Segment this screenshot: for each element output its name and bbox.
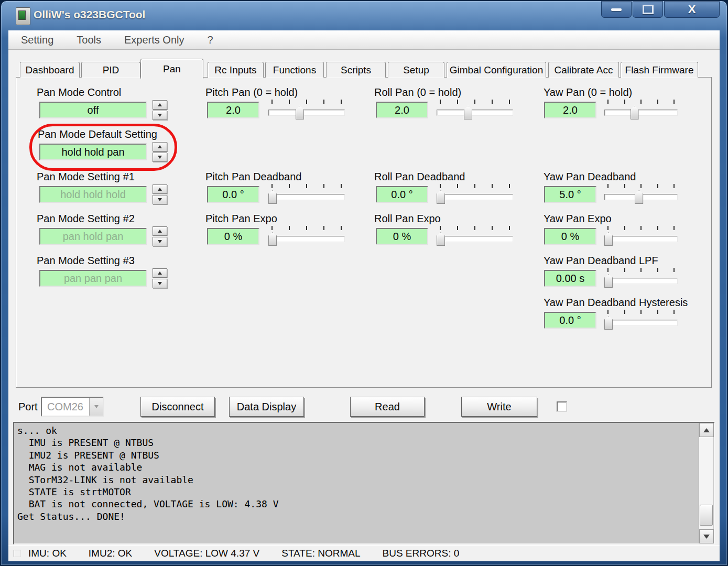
pan-mode-default-field[interactable]: hold hold pan <box>39 144 147 160</box>
spin-down-button[interactable] <box>153 195 167 204</box>
roll-pan-deadband-field[interactable]: 0.0 ° <box>376 186 428 203</box>
tab-rc-inputs[interactable]: Rc Inputs <box>208 62 264 78</box>
spin-up-button[interactable] <box>153 226 167 236</box>
yaw-pan-deadband-slider[interactable] <box>604 183 678 204</box>
spin-down-button[interactable] <box>153 153 167 162</box>
yaw-pan-expo-slider[interactable] <box>604 225 678 246</box>
dropdown-arrow-button[interactable] <box>89 398 103 416</box>
port-select[interactable]: COM26 <box>41 397 104 417</box>
console-line: IMU2 is PRESENT @ NTBUS <box>17 449 711 461</box>
pan-mode-setting1-spinner <box>153 184 167 204</box>
slider-thumb[interactable] <box>437 232 445 246</box>
window-controls: X <box>601 1 720 18</box>
tab-pid[interactable]: PID <box>81 62 140 78</box>
slider-thumb[interactable] <box>631 106 639 119</box>
slider-track[interactable] <box>437 194 513 200</box>
yaw-pan-deadband-lpf-field[interactable]: 0.00 s <box>544 270 596 287</box>
application-window: OlliW's o323BGCTool X Setting Tools Expe… <box>0 0 728 566</box>
pitch-pan-expo-field[interactable]: 0 % <box>207 228 259 245</box>
yaw-pan-slider[interactable] <box>604 99 678 120</box>
auto-checkbox[interactable] <box>557 401 567 412</box>
slider-thumb[interactable] <box>635 190 643 204</box>
roll-pan-expo-field[interactable]: 0 % <box>376 228 428 245</box>
tab-pan[interactable]: Pan <box>140 59 203 79</box>
spin-down-button[interactable] <box>153 279 167 288</box>
slider-thumb[interactable] <box>268 190 277 204</box>
slider-track[interactable] <box>604 236 678 242</box>
slider-thumb[interactable] <box>604 274 613 288</box>
spin-down-button[interactable] <box>153 237 167 246</box>
data-display-button[interactable]: Data Display <box>229 397 304 417</box>
slider-track[interactable] <box>604 110 678 116</box>
slider-track[interactable] <box>604 320 678 326</box>
arrow-up-icon <box>158 145 162 148</box>
tab-calibrate-acc[interactable]: Calibrate Acc <box>548 62 619 78</box>
scroll-down-button[interactable] <box>699 529 714 543</box>
minimize-button[interactable] <box>601 1 632 18</box>
tab-dashboard[interactable]: Dashboard <box>20 62 80 78</box>
scroll-up-button[interactable] <box>699 423 714 437</box>
status-bus-errors: BUS ERRORS: 0 <box>383 548 460 559</box>
roll-pan-deadband-slider[interactable] <box>437 183 513 204</box>
close-button[interactable]: X <box>664 1 720 18</box>
slider-thumb[interactable] <box>604 232 613 246</box>
write-button[interactable]: Write <box>461 397 537 417</box>
menu-help[interactable]: ? <box>195 34 224 46</box>
yaw-pan-deadband-field[interactable]: 5.0 ° <box>544 186 596 203</box>
yaw-pan-field[interactable]: 2.0 <box>544 102 596 118</box>
pitch-pan-deadband-slider[interactable] <box>268 183 345 204</box>
pan-mode-control-label: Pan Mode Control <box>37 86 121 99</box>
menu-experts-only[interactable]: Experts Only <box>113 34 195 46</box>
pitch-pan-deadband-field[interactable]: 0.0 ° <box>207 186 259 203</box>
status-state: STATE: NORMAL <box>281 548 360 559</box>
menu-setting[interactable]: Setting <box>8 34 65 46</box>
scrollbar-thumb[interactable] <box>700 505 713 526</box>
slider-track[interactable] <box>437 236 513 242</box>
close-icon: X <box>688 4 696 15</box>
tab-scripts[interactable]: Scripts <box>326 62 386 78</box>
tab-flash-firmware[interactable]: Flash Firmware <box>621 62 698 78</box>
slider-thumb[interactable] <box>268 232 277 246</box>
spin-up-button[interactable] <box>153 100 167 110</box>
yaw-pan-deadband-hysteresis-slider[interactable] <box>604 309 678 330</box>
slider-thumb[interactable] <box>437 190 445 204</box>
slider-track[interactable] <box>268 236 345 242</box>
yaw-pan-deadband-hysteresis-field[interactable]: 0.0 ° <box>544 312 596 329</box>
console-scrollbar[interactable] <box>699 423 713 543</box>
slider-track[interactable] <box>268 194 345 200</box>
disconnect-button[interactable]: Disconnect <box>140 397 215 417</box>
pitch-pan-slider[interactable] <box>268 99 345 120</box>
slider-track[interactable] <box>437 110 513 116</box>
slider-thumb[interactable] <box>296 106 304 119</box>
pitch-pan-expo-slider[interactable] <box>268 225 345 246</box>
spin-up-button[interactable] <box>153 268 167 278</box>
roll-pan-expo-slider[interactable] <box>437 225 513 246</box>
read-button[interactable]: Read <box>350 397 425 417</box>
slider-ticks <box>271 226 342 230</box>
slider-track[interactable] <box>268 110 345 116</box>
roll-pan-field[interactable]: 2.0 <box>376 102 428 118</box>
port-label: Port <box>18 401 38 413</box>
roll-pan-slider[interactable] <box>437 99 513 120</box>
spin-down-button[interactable] <box>153 111 167 120</box>
pitch-pan-field[interactable]: 2.0 <box>207 102 259 118</box>
status-checkbox[interactable] <box>14 550 21 557</box>
arrow-up-icon <box>703 428 710 432</box>
pan-mode-control-field[interactable]: off <box>39 102 147 118</box>
tab-functions[interactable]: Functions <box>265 62 324 78</box>
pan-mode-setting1-label: Pan Mode Setting #1 <box>37 171 135 183</box>
menu-tools[interactable]: Tools <box>65 34 113 46</box>
yaw-pan-expo-field[interactable]: 0 % <box>544 228 596 245</box>
console-line: s... ok <box>17 424 711 437</box>
slider-track[interactable] <box>604 278 678 284</box>
yaw-pan-deadband-label: Yaw Pan Deadband <box>544 171 636 183</box>
tab-gimbal-configuration[interactable]: Gimbal Configuration <box>447 62 546 78</box>
slider-thumb[interactable] <box>464 106 472 119</box>
window-title: OlliW's o323BGCTool <box>34 8 145 21</box>
maximize-button[interactable] <box>633 1 663 18</box>
tab-setup[interactable]: Setup <box>388 62 444 78</box>
slider-thumb[interactable] <box>604 316 613 330</box>
yaw-pan-deadband-lpf-slider[interactable] <box>604 267 678 288</box>
spin-up-button[interactable] <box>153 142 167 151</box>
spin-up-button[interactable] <box>153 184 167 194</box>
